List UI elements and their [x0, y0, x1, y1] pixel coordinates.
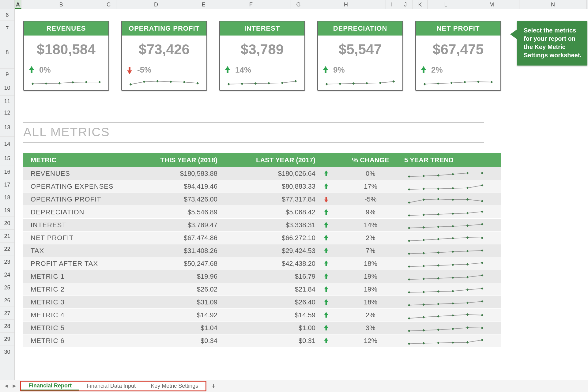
- metric-card-operating-profit[interactable]: OPERATING PROFIT$73,426-5%: [121, 21, 207, 91]
- table-row[interactable]: INTEREST$3,789.47$3,338.3114%: [23, 219, 501, 232]
- row-header-16[interactable]: 16: [0, 165, 14, 178]
- col-header-A[interactable]: A: [15, 0, 21, 9]
- row-header-29[interactable]: 29: [0, 333, 14, 345]
- table-row[interactable]: OPERATING EXPENSES$94,419.46$80,883.3317…: [23, 180, 501, 193]
- row-header-28[interactable]: 28: [0, 320, 14, 333]
- svg-rect-51: [452, 212, 454, 215]
- add-sheet-button[interactable]: +: [208, 380, 219, 392]
- row-header-9[interactable]: 9: [0, 69, 14, 80]
- row-header-23[interactable]: 23: [0, 255, 14, 268]
- worksheet-canvas[interactable]: REVENUES$180,5840%OPERATING PROFIT$73,42…: [15, 9, 588, 380]
- row-header-7[interactable]: 7: [0, 21, 14, 36]
- col-header-K[interactable]: K: [413, 0, 428, 9]
- arrow-up-icon: [323, 222, 329, 228]
- card-value: $67,475: [416, 36, 500, 62]
- metric-card-net-profit[interactable]: NET PROFIT$67,4752%: [415, 21, 501, 91]
- row-header-26[interactable]: 26: [0, 294, 14, 307]
- metric-name: METRIC 4: [31, 311, 129, 319]
- svg-rect-102: [408, 330, 410, 332]
- sheet-tab-key-metric-settings[interactable]: Key Metric Settings: [143, 382, 205, 390]
- row-header-14[interactable]: 14: [0, 137, 14, 151]
- metric-card-interest[interactable]: INTEREST$3,78914%: [219, 21, 305, 91]
- table-row[interactable]: METRIC 5$1.04$1.003%: [23, 322, 501, 334]
- row-headers[interactable]: 6789101112131415161718192021222324252627…: [0, 9, 15, 380]
- sheet-tab-financial-data-input[interactable]: Financial Data Input: [79, 382, 143, 390]
- arrow-down-icon: [323, 196, 329, 202]
- table-row[interactable]: METRIC 1$19.96$16.7919%: [23, 270, 501, 283]
- row-header-24[interactable]: 24: [0, 268, 14, 281]
- col-header-J[interactable]: J: [398, 0, 413, 9]
- row-header-21[interactable]: 21: [0, 230, 14, 243]
- col-header-G[interactable]: G: [291, 0, 306, 9]
- svg-rect-29: [490, 81, 493, 83]
- svg-rect-80: [437, 277, 439, 279]
- arrow-up-icon: [323, 170, 329, 177]
- this-year-value: $0.34: [129, 337, 217, 345]
- col-header-C[interactable]: C: [101, 0, 116, 9]
- trend-sparkline: [404, 310, 508, 320]
- col-header-M[interactable]: M: [464, 0, 519, 9]
- sheet-tab-bar[interactable]: ◄ ► Financial ReportFinancial Data Input…: [0, 380, 588, 392]
- col-header-D[interactable]: D: [116, 0, 196, 9]
- sheet-nav-next[interactable]: ►: [10, 380, 18, 392]
- trend-sparkline: [404, 285, 508, 294]
- this-year-value: $3,789.47: [129, 221, 217, 229]
- table-row[interactable]: TAX$31,408.26$29,424.537%: [23, 244, 501, 257]
- select-all-corner[interactable]: [0, 0, 15, 9]
- row-header-10[interactable]: 10: [0, 80, 14, 96]
- table-row[interactable]: METRIC 2$26.02$21.8419%: [23, 283, 501, 296]
- svg-rect-69: [452, 250, 454, 253]
- metric-card-depreciation[interactable]: DEPRECIATION$5,5479%: [317, 21, 403, 91]
- sheet-tab-financial-report[interactable]: Financial Report: [21, 382, 79, 390]
- row-header-18[interactable]: 18: [0, 191, 14, 204]
- col-header-E[interactable]: E: [196, 0, 211, 9]
- row-header-19[interactable]: 19: [0, 204, 14, 217]
- svg-rect-87: [452, 290, 454, 292]
- row-header-22[interactable]: 22: [0, 243, 14, 255]
- col-header-F[interactable]: F: [211, 0, 291, 9]
- row-header-30[interactable]: 30: [0, 345, 14, 358]
- column-headers[interactable]: ABCDEFGHIJKLMN: [0, 0, 588, 9]
- svg-rect-32: [437, 174, 439, 176]
- last-year-value: $3,338.31: [217, 221, 315, 229]
- table-row[interactable]: NET PROFIT$67,474.86$66,272.102%: [23, 232, 501, 244]
- row-header-11[interactable]: 11: [0, 96, 14, 107]
- table-row[interactable]: METRIC 3$31.09$26.4018%: [23, 296, 501, 309]
- metric-name: METRIC 3: [31, 298, 129, 306]
- col-header-H[interactable]: H: [306, 0, 386, 9]
- metric-name: METRIC 5: [31, 324, 129, 332]
- col-header-B[interactable]: B: [21, 0, 101, 9]
- svg-rect-6: [130, 83, 132, 86]
- metric-card-revenues[interactable]: REVENUES$180,5840%: [23, 21, 109, 91]
- svg-rect-71: [481, 249, 483, 251]
- metric-name: OPERATING PROFIT: [31, 195, 129, 203]
- pct-change: 2%: [337, 311, 404, 319]
- table-row[interactable]: PROFIT AFTER TAX$50,247.68$42,438.2018%: [23, 257, 501, 270]
- row-header-8[interactable]: 8: [0, 36, 14, 69]
- row-header-20[interactable]: 20: [0, 217, 14, 230]
- svg-rect-103: [422, 329, 425, 331]
- row-header-12[interactable]: 12: [0, 107, 14, 118]
- row-header-6[interactable]: 6: [0, 9, 14, 21]
- svg-rect-113: [481, 339, 483, 341]
- table-row[interactable]: REVENUES$180,583.88$180,026.640%: [23, 167, 501, 180]
- row-header-25[interactable]: 25: [0, 281, 14, 294]
- col-header-I[interactable]: I: [386, 0, 398, 9]
- table-row[interactable]: DEPRECIATION$5,546.89$5,068.429%: [23, 206, 501, 219]
- pct-change: 19%: [337, 285, 404, 293]
- row-header-15[interactable]: 15: [0, 151, 14, 165]
- svg-rect-107: [481, 326, 483, 329]
- sheet-nav-prev[interactable]: ◄: [2, 380, 10, 392]
- table-row[interactable]: METRIC 6$0.34$0.3112%: [23, 334, 501, 347]
- row-header-13[interactable]: 13: [0, 118, 14, 137]
- section-title: ALL METRICS: [23, 123, 484, 142]
- table-row[interactable]: METRIC 4$14.92$14.592%: [23, 309, 501, 322]
- table-row[interactable]: OPERATING PROFIT$73,426.00$77,317.84-5%: [23, 193, 501, 206]
- row-header-27[interactable]: 27: [0, 307, 14, 320]
- col-header-N[interactable]: N: [519, 0, 587, 9]
- svg-rect-13: [241, 83, 243, 85]
- metrics-table[interactable]: METRICTHIS YEAR (2018)LAST YEAR (2017)% …: [23, 153, 501, 347]
- col-header-L[interactable]: L: [428, 0, 464, 9]
- row-header-17[interactable]: 17: [0, 178, 14, 191]
- pct-change: 12%: [337, 337, 404, 345]
